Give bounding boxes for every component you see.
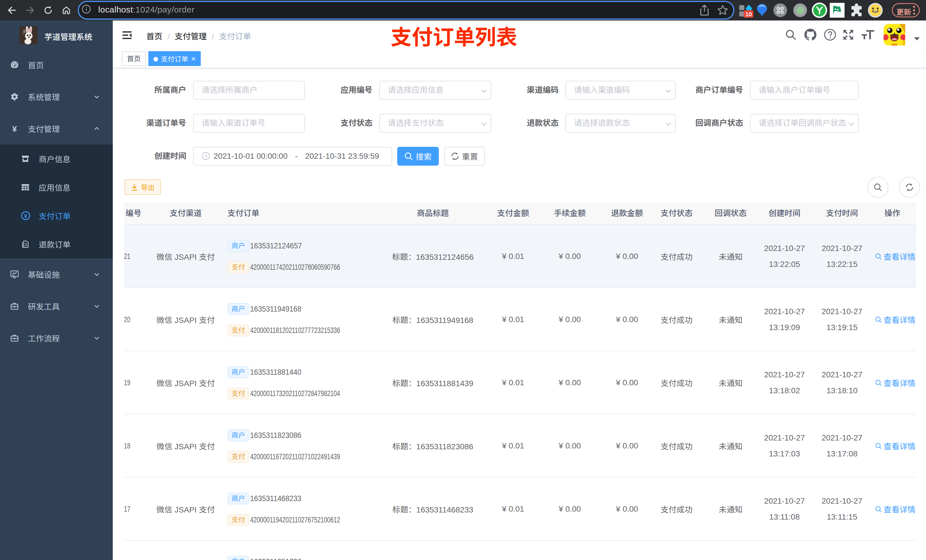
svg-text:10: 10 — [745, 11, 752, 17]
svg-text:¥: ¥ — [24, 213, 27, 219]
svg-text:¥: ¥ — [12, 124, 17, 133]
